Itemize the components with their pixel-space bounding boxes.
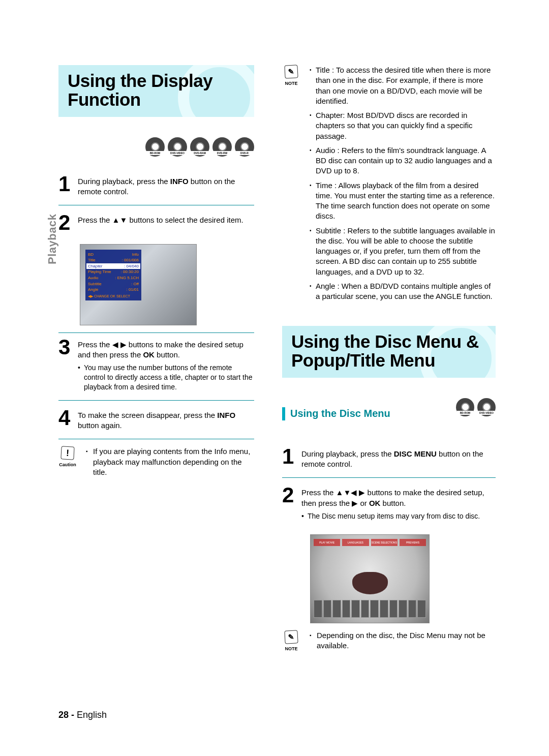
- disc-label: BD-ROM: [146, 151, 164, 155]
- face-placeholder-icon: [352, 572, 388, 594]
- note-label: NOTE: [285, 646, 297, 652]
- t-bold: DISC MENU: [394, 449, 437, 458]
- subheading-text: Using the Disc Menu: [290, 408, 390, 419]
- note-text: Depending on the disc, the Disc Menu may…: [310, 630, 496, 652]
- osd-row: Subtitle: Off: [88, 281, 139, 287]
- note-icon: ✎ NOTE: [282, 630, 300, 652]
- t: button.: [155, 350, 180, 359]
- pencil-icon: ✎: [284, 630, 298, 644]
- step-text: To make the screen disappear, press the …: [78, 409, 254, 431]
- accent-bar-icon: [282, 407, 285, 420]
- pencil-icon: ✎: [284, 65, 298, 78]
- thumb: [399, 600, 407, 618]
- note-box-top: ✎ NOTE Title : To access the desired tit…: [282, 65, 496, 306]
- note-icon: ✎ NOTE: [282, 65, 300, 306]
- disc-icon: BD-ROM: [456, 398, 474, 416]
- menu-item: PLAY MOVIE: [314, 539, 340, 546]
- step-number: 1: [282, 447, 295, 470]
- note-item: Subtitle : Refers to the subtitle langua…: [310, 226, 496, 277]
- thumb: [314, 600, 322, 618]
- note-label: NOTE: [285, 80, 297, 86]
- disc-compatibility-row: BD-ROM DVD-VIDEO DVD-RAM DVD-RW DVD-R: [58, 137, 254, 157]
- menu-item: PREVIEWS: [400, 539, 426, 546]
- caution-box: ! Caution If you are playing contents fr…: [58, 446, 254, 477]
- screenshot-menubar: PLAY MOVIE LANGUAGES SCENE SELECTIONS PR…: [311, 539, 429, 546]
- disc-label: DVD-RW: [214, 151, 231, 155]
- step-item: 1 During playback, press the DISC MENU b…: [282, 442, 496, 478]
- t: button.: [380, 499, 406, 507]
- step-text: During playback, press the DISC MENU but…: [301, 447, 496, 470]
- caution-item: If you are playing contents from the Inf…: [86, 446, 254, 477]
- step-number: 1: [58, 175, 72, 197]
- step-item: 4 To make the screen disappear, press th…: [58, 404, 254, 440]
- step-text: Press the ◀ ▶ buttons to make the desire…: [78, 338, 254, 392]
- note-box-bottom: ✎ NOTE Depending on the disc, the Disc M…: [282, 630, 496, 652]
- disc-label: DVD-VIDEO: [478, 411, 495, 415]
- caution-label: Caution: [59, 462, 76, 468]
- disc-icon: DVD-R: [235, 137, 254, 157]
- osd-l: Chapter: [88, 264, 102, 269]
- disc-icon: DVD-RAM: [190, 137, 209, 157]
- osd-row: Angle: 01/01: [88, 287, 139, 293]
- osd-r: : 01/01: [127, 287, 139, 292]
- osd-l: Playing Time: [88, 269, 111, 275]
- banner-title: Using the Display Function: [68, 72, 245, 109]
- step-text: Press the ▲▼◀ ▶ buttons to make the desi…: [301, 486, 496, 521]
- thumb: [389, 600, 398, 618]
- caution-icon: ! Caution: [58, 446, 77, 477]
- osd-l: Title: [88, 258, 96, 263]
- osd-l: Angle: [88, 287, 98, 292]
- note-item: Audio : Refers to the film's soundtrack …: [310, 145, 496, 176]
- disc-label: DVD-R: [236, 151, 253, 155]
- page-language: English: [77, 710, 107, 720]
- step-sub: You may use the number buttons of the re…: [78, 363, 254, 392]
- menu-item: SCENE SELECTIONS: [371, 539, 398, 546]
- step-item: 2 Press the ▲▼ buttons to select the des…: [58, 208, 254, 240]
- osd-r: : ENG 5.1CH: [115, 276, 139, 281]
- thumb: [332, 600, 341, 618]
- caution-text: If you are playing contents from the Inf…: [86, 446, 254, 477]
- osd-footer: ◀▶ CHANGE OK SELECT: [88, 294, 139, 298]
- osd-r: : 001/006: [122, 258, 139, 263]
- thumb: [408, 600, 417, 618]
- thumb: [417, 600, 426, 618]
- note-body: Title : To access the desired title when…: [310, 65, 496, 306]
- osd-panel: BD Info Title: 001/006 Chapter: 04/040 P…: [85, 250, 141, 301]
- note-item: Time : Allows playback of the film from …: [310, 180, 496, 222]
- disc-label: BD-ROM: [457, 411, 473, 415]
- t-bold: OK: [369, 499, 381, 507]
- osd-l: Audio: [88, 276, 98, 281]
- osd-header: BD Info: [88, 252, 139, 258]
- note-item: Depending on the disc, the Disc Menu may…: [310, 630, 496, 651]
- page-body: Using the Display Function BD-ROM DVD-VI…: [0, 0, 549, 756]
- t-bold: INFO: [170, 177, 189, 186]
- osd-row: Title: 001/006: [88, 257, 139, 263]
- screenshot-thumbs: [314, 600, 426, 618]
- page-number: 28 -: [58, 710, 74, 720]
- thumb: [370, 600, 379, 618]
- step-sub: The Disc menu setup items may vary from …: [301, 511, 496, 521]
- t: During playback, press the: [301, 449, 394, 458]
- osd-row: Audio: ENG 5.1CH: [88, 275, 139, 281]
- step-number: 4: [58, 409, 72, 431]
- note-item: Angle : When a BD/DVD contains multiple …: [310, 281, 496, 302]
- osd-r: : 04/040: [124, 264, 139, 269]
- section-banner-display: Using the Display Function: [58, 65, 254, 117]
- t-bold: INFO: [217, 411, 235, 419]
- menu-item: LANGUAGES: [342, 539, 369, 546]
- left-column: Using the Display Function BD-ROM DVD-VI…: [58, 65, 254, 715]
- disc-label: DVD-RAM: [191, 151, 208, 155]
- exclamation-icon: !: [60, 446, 74, 460]
- t: To make the screen disappear, press the: [78, 411, 217, 419]
- osd-r: : 00:30:20: [120, 269, 139, 275]
- subheading-row: Using the Disc Menu BD-ROM DVD-VIDEO: [282, 398, 496, 430]
- osd-screenshot: BD Info Title: 001/006 Chapter: 04/040 P…: [80, 244, 197, 325]
- note-item: Chapter: Most BD/DVD discs are recorded …: [310, 110, 496, 141]
- disc-menu-screenshot: PLAY MOVIE LANGUAGES SCENE SELECTIONS PR…: [310, 534, 430, 623]
- t-bold: OK: [143, 350, 155, 359]
- step-item: 1 During playback, press the INFO button…: [58, 170, 254, 206]
- osd-l: BD: [88, 252, 94, 257]
- thumb: [380, 600, 388, 618]
- disc-label: DVD-VIDEO: [169, 151, 186, 155]
- banner-title: Using the Disc Menu & Popup/Title Menu: [291, 332, 486, 370]
